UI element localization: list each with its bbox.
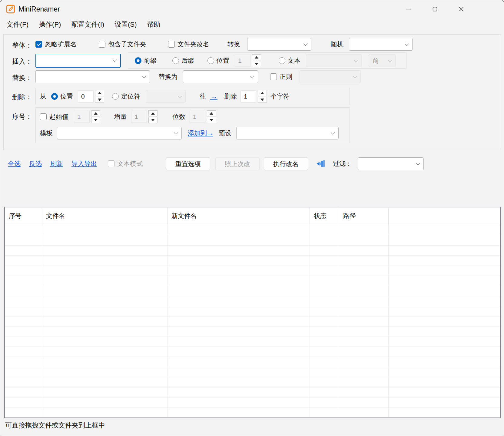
table-row[interactable]: [5, 326, 500, 336]
delete-position-input[interactable]: [78, 90, 94, 102]
spin-down-button[interactable]: [252, 61, 261, 67]
table-row[interactable]: [5, 225, 500, 235]
table-row[interactable]: [5, 367, 500, 377]
insert-position-input[interactable]: [235, 55, 250, 67]
invert-selection-link[interactable]: 反选: [29, 159, 42, 168]
column-header-filename[interactable]: 文件名: [42, 207, 167, 225]
table-cell: [5, 377, 42, 387]
menu-profile[interactable]: 配置文件(I): [66, 18, 109, 31]
reset-options-button[interactable]: 重置选项: [166, 157, 210, 170]
table-row[interactable]: [5, 397, 500, 407]
spin-down-button[interactable]: [91, 117, 100, 123]
spin-down-button[interactable]: [207, 117, 216, 123]
table-row[interactable]: [5, 337, 500, 347]
table-row[interactable]: [5, 296, 500, 306]
delete-locator-radio[interactable]: 定位符: [112, 92, 140, 101]
table-row[interactable]: [5, 316, 500, 326]
position-radio[interactable]: 位置: [207, 56, 229, 65]
column-header-path[interactable]: 路径: [339, 207, 389, 225]
apply-last-button[interactable]: 照上次改: [215, 157, 260, 170]
table-row[interactable]: [5, 255, 500, 265]
refresh-link[interactable]: 刷新: [50, 159, 63, 168]
table-row[interactable]: [5, 286, 500, 296]
spin-up-button[interactable]: [148, 110, 158, 116]
table-row[interactable]: [5, 266, 500, 276]
chevron-down-icon: [388, 58, 392, 62]
table-row[interactable]: [5, 245, 500, 255]
table-row[interactable]: [5, 235, 500, 245]
text-radio[interactable]: 文本: [279, 56, 300, 65]
spin-up-button[interactable]: [207, 110, 216, 116]
add-to-link[interactable]: 添加到→: [188, 129, 213, 137]
template-combobox[interactable]: [57, 127, 182, 139]
text-mode-checkbox[interactable]: 文本模式: [108, 159, 143, 168]
pin-icon[interactable]: [316, 159, 326, 168]
regex-checkbox[interactable]: 正则: [270, 72, 292, 81]
radio-icon: [279, 57, 285, 64]
spin-up-button[interactable]: [95, 90, 104, 96]
spin-up-button[interactable]: [91, 110, 100, 116]
spin-down-button[interactable]: [148, 117, 158, 123]
chevron-down-icon: [178, 94, 182, 98]
menu-operate[interactable]: 操作(P): [34, 18, 66, 31]
filter-label: 过滤：: [333, 159, 352, 168]
menu-file[interactable]: 文件(F): [2, 18, 34, 31]
prefix-radio[interactable]: 前缀: [135, 56, 157, 65]
serial-start-checkbox[interactable]: 起始值: [40, 112, 68, 121]
ignore-extension-checkbox[interactable]: 忽略扩展名: [35, 40, 77, 49]
include-subfolders-checkbox[interactable]: 包含子文件夹: [99, 40, 146, 49]
column-header-index[interactable]: 序号: [5, 207, 42, 225]
spin-up-button[interactable]: [252, 54, 261, 60]
replace-with-combobox[interactable]: [183, 70, 258, 83]
table-cell: [389, 225, 500, 235]
rename-folder-checkbox[interactable]: 文件夹改名: [168, 40, 209, 49]
status-hint: 可直接拖拽文件或文件夹到上框中: [5, 421, 105, 430]
table-cell: [389, 327, 500, 336]
execute-rename-button[interactable]: 执行改名: [264, 157, 308, 170]
radio-icon: [112, 93, 119, 100]
serial-digits-input[interactable]: [190, 111, 205, 123]
close-button[interactable]: [452, 2, 471, 16]
preset-combobox[interactable]: [236, 127, 339, 139]
column-header-status[interactable]: 状态: [310, 207, 339, 225]
table-row[interactable]: [5, 276, 500, 286]
table-cell: [339, 357, 389, 367]
minimize-button[interactable]: [399, 2, 418, 16]
serial-label: 序号：: [12, 112, 32, 121]
table-cell: [167, 357, 310, 367]
delete-count-input[interactable]: [240, 90, 256, 102]
radio-checked-icon: [51, 93, 58, 100]
chevron-down-icon: [354, 58, 358, 62]
serial-start-input[interactable]: [74, 111, 90, 123]
menu-help[interactable]: 帮助: [142, 18, 166, 31]
table-row[interactable]: [5, 347, 500, 357]
table-cell: [42, 397, 167, 407]
spin-down-button[interactable]: [258, 97, 267, 103]
table-row[interactable]: [5, 387, 500, 397]
maximize-button[interactable]: [426, 2, 444, 16]
insert-text-combobox[interactable]: [35, 54, 121, 68]
table-cell: [42, 327, 167, 336]
column-header-newname[interactable]: 新文件名: [167, 207, 310, 225]
delete-direction-link[interactable]: →: [210, 92, 217, 101]
spin-up-button[interactable]: [258, 90, 267, 96]
filter-select[interactable]: [358, 157, 424, 170]
table-row[interactable]: [5, 357, 500, 367]
menu-settings[interactable]: 设置(S): [109, 18, 142, 31]
convert-select[interactable]: [247, 38, 311, 51]
serial-increment-input[interactable]: [131, 111, 147, 123]
table-cell: [389, 317, 500, 326]
table-row[interactable]: [5, 407, 500, 418]
suffix-radio[interactable]: 后缀: [172, 56, 194, 65]
delete-label: 删除：: [12, 92, 32, 102]
table-cell: [389, 387, 500, 397]
serial-increment-label: 增量: [114, 112, 127, 121]
delete-position-radio[interactable]: 位置: [51, 92, 73, 101]
table-row[interactable]: [5, 306, 500, 316]
table-row[interactable]: [5, 377, 500, 387]
random-select[interactable]: [349, 38, 413, 51]
import-export-link[interactable]: 导入导出: [71, 159, 97, 168]
replace-search-combobox[interactable]: [35, 70, 150, 83]
select-all-link[interactable]: 全选: [8, 159, 21, 168]
spin-down-button[interactable]: [95, 97, 104, 103]
